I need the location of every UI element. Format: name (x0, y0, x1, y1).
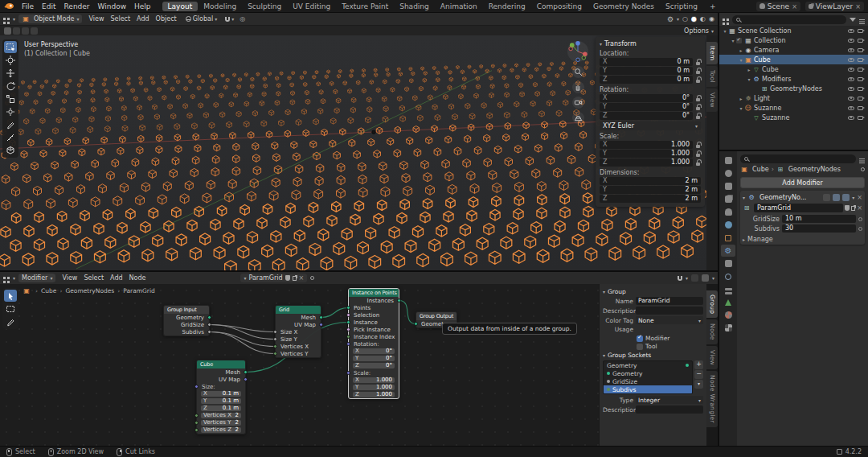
workspace-tab[interactable]: Shading (394, 2, 435, 11)
select-mode-new-icon[interactable] (4, 27, 11, 35)
viewlayer-selector[interactable]: ViewLayer (805, 2, 864, 11)
rotation-mode-dropdown[interactable]: XYZ Euler (600, 121, 701, 130)
edit-mode-toggle-icon[interactable] (823, 194, 830, 201)
socket-description-field[interactable] (636, 406, 703, 414)
properties-tab[interactable] (721, 322, 735, 334)
hide-viewport-icon[interactable] (848, 48, 854, 52)
viewport-canvas[interactable]: User Perspective (1) Collection | Cube (0, 35, 706, 270)
socket-input[interactable] (273, 330, 277, 334)
properties-tab[interactable] (721, 296, 735, 308)
socket-input[interactable] (346, 313, 350, 317)
group-socket-row[interactable]: GridSize (604, 377, 692, 385)
socket-input[interactable] (346, 306, 350, 310)
hide-viewport-icon[interactable] (848, 39, 854, 43)
unlink-node-group-icon[interactable] (299, 274, 305, 282)
node-row-vertices-y[interactable]: Vertices Y2 (197, 419, 245, 426)
shading-material-icon[interactable]: ◐ (700, 16, 706, 23)
lock-icon[interactable] (695, 68, 701, 74)
manage-subpanel[interactable]: Manage (743, 236, 862, 243)
datablock-name[interactable]: Cube (762, 66, 779, 73)
new-node-group-icon[interactable] (293, 276, 297, 281)
socket-input[interactable] (346, 342, 350, 346)
node-editor-menu-item[interactable]: Add (107, 274, 126, 282)
collection-checkbox[interactable] (736, 38, 742, 43)
editor-type-icon[interactable] (3, 18, 6, 20)
editor-type-icon[interactable] (723, 19, 725, 21)
scale-value-field[interactable]: Z1.000 (600, 159, 693, 167)
socket-input[interactable] (194, 414, 199, 418)
node-tree-type-dropdown[interactable]: Modifier (18, 274, 55, 282)
animate-property-icon[interactable] (858, 227, 862, 231)
socket-input[interactable] (273, 352, 277, 356)
socket-output[interactable] (319, 315, 323, 319)
rotation-value-field[interactable]: Z0° (600, 112, 693, 120)
location-value-field[interactable]: Z0 m (600, 76, 693, 84)
breadcrumb-item[interactable]: ParamGrid (117, 287, 155, 294)
datablock-name[interactable]: Modifiers (762, 76, 792, 83)
workspace-tab[interactable]: Scripting (660, 2, 703, 11)
snap-controls[interactable] (223, 15, 236, 23)
checkbox[interactable] (637, 336, 643, 342)
viewport-menu-item[interactable]: Select (107, 15, 133, 23)
select-box-tool[interactable] (4, 41, 17, 53)
breadcrumb-object[interactable]: Cube (752, 166, 769, 173)
dimension-value-field[interactable]: X2 m (600, 177, 701, 185)
new-node-group-icon[interactable] (851, 206, 855, 211)
workspace-tab[interactable]: Geometry Nodes (588, 2, 660, 11)
outliner-row[interactable]: Suzanne (719, 113, 868, 122)
properties-tab[interactable] (721, 154, 735, 167)
workspace-tab[interactable]: Texture Paint (336, 2, 394, 11)
workspace-tab[interactable]: Compositing (531, 2, 588, 11)
measure-tool[interactable] (4, 131, 17, 143)
node-editor-menu-item[interactable]: Node (126, 274, 149, 282)
datablock-name[interactable]: GeometryNodes (770, 85, 822, 93)
socket-menu-button[interactable] (694, 380, 703, 389)
datablock-name[interactable]: Suzanne (762, 114, 789, 121)
arrange-toggle-icon[interactable] (702, 274, 709, 282)
sidebar-tab[interactable]: View (706, 346, 718, 369)
add-primitive-tool[interactable] (4, 144, 17, 156)
sidebar-tab[interactable]: Node Wrangler (706, 371, 718, 427)
hide-viewport-icon[interactable] (848, 58, 854, 62)
properties-tab[interactable] (721, 232, 735, 244)
node-row-x[interactable]: X0° (349, 348, 399, 355)
outliner-row[interactable]: ▸ Cube (719, 64, 868, 74)
node-iop[interactable]: Instance on PointsInstancesPointsSelecti… (348, 288, 399, 399)
color-tag-dropdown[interactable]: None (636, 316, 703, 324)
add-modifier-button[interactable]: Add Modifier (740, 177, 865, 188)
socket-input[interactable] (194, 421, 199, 425)
sidebar-tab[interactable]: Tool (706, 66, 718, 87)
sidebar-tab[interactable]: Group (706, 290, 718, 318)
editor-type-caret-icon[interactable] (13, 274, 15, 282)
unlink-scene-icon[interactable] (792, 2, 797, 10)
shading-wireframe-icon[interactable]: ○ (682, 16, 688, 23)
sidebar-tab[interactable]: Item (706, 42, 718, 64)
rotate-tool[interactable] (4, 80, 17, 92)
location-value-field[interactable]: Y0 m (600, 67, 693, 75)
hide-viewport-icon[interactable] (848, 106, 854, 110)
search-input[interactable] (751, 155, 852, 163)
socket-input[interactable] (273, 337, 277, 341)
disable-render-icon[interactable] (858, 48, 863, 52)
expand-icon[interactable]: ▸ (738, 96, 744, 101)
fake-user-icon[interactable] (845, 205, 850, 211)
datablock-name[interactable]: Light (754, 95, 770, 102)
properties-tab[interactable] (721, 245, 735, 257)
pin-icon[interactable] (861, 167, 865, 171)
checkbox[interactable] (637, 344, 643, 350)
group-socket-row[interactable]: Geometry (604, 361, 692, 369)
description-field[interactable] (636, 307, 703, 315)
viewport-menu-item[interactable]: Object (153, 15, 180, 23)
group-name-field[interactable]: ParamGrid (636, 297, 703, 305)
lock-icon[interactable] (695, 95, 701, 101)
modifier-name[interactable]: GeometryNo... (760, 194, 821, 201)
node-grid[interactable]: GridMeshUV MapSize XSize YVertices XVert… (275, 305, 321, 358)
filter-options-icon[interactable] (859, 159, 865, 159)
dimension-value-field[interactable]: Z2 m (600, 195, 701, 203)
node-editor-menu-item[interactable]: Select (80, 274, 107, 282)
editor-type-caret-icon[interactable] (13, 15, 15, 23)
hide-viewport-icon[interactable] (848, 77, 854, 81)
disable-render-icon[interactable] (858, 39, 863, 43)
filter-icon[interactable] (850, 18, 856, 22)
group-sockets-collapse-icon[interactable] (603, 352, 605, 359)
